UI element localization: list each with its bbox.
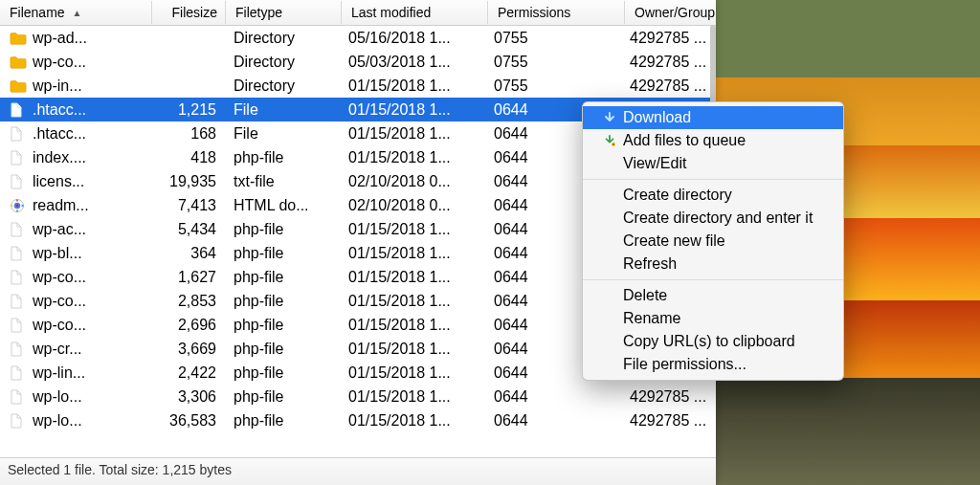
cell-filetype: Directory	[224, 30, 339, 47]
menu-separator	[583, 179, 843, 180]
cell-last-modified: 01/15/2018 1...	[339, 293, 484, 310]
filename-label: .htacc...	[33, 101, 86, 119]
filename-label: readm...	[33, 197, 89, 214]
table-row[interactable]: wp-lo...3,306php-file01/15/2018 1...0644…	[0, 385, 716, 408]
file-icon	[10, 270, 27, 285]
cell-filesize: 2,696	[151, 317, 224, 334]
file-icon	[10, 102, 27, 118]
cell-filename: index....	[0, 149, 151, 166]
menu-item-label: Create new file	[623, 232, 725, 250]
cell-filename: wp-co...	[0, 317, 151, 334]
filename-label: wp-co...	[33, 317, 86, 334]
menu-item-label: Copy URL(s) to clipboard	[623, 333, 795, 350]
cell-last-modified: 01/15/2018 1...	[339, 364, 484, 382]
cell-last-modified: 05/03/2018 1...	[339, 54, 484, 71]
filename-label: .htacc...	[33, 125, 86, 143]
status-bar: Selected 1 file. Total size: 1,215 bytes	[0, 457, 716, 485]
column-header-filesize[interactable]: Filesize	[152, 1, 226, 24]
filename-label: licens...	[33, 173, 84, 190]
cell-filename: .htacc...	[0, 125, 151, 143]
cell-last-modified: 01/15/2018 1...	[339, 269, 484, 286]
cell-filename: wp-bl...	[0, 245, 151, 262]
cell-last-modified: 01/15/2018 1...	[339, 341, 484, 358]
cell-filetype: File	[224, 101, 339, 119]
cell-filetype: php-file	[224, 293, 339, 310]
menu-item-label: Add files to queue	[623, 132, 746, 149]
cell-filesize: 168	[151, 125, 224, 143]
cell-filetype: php-file	[224, 221, 339, 238]
file-icon	[10, 365, 27, 381]
cell-permissions: 0644	[484, 412, 620, 430]
menu-item-download[interactable]: Download	[583, 106, 843, 129]
cell-last-modified: 02/10/2018 0...	[339, 197, 484, 214]
cell-filetype: File	[224, 125, 339, 143]
cell-owner-group: 4292785 ...	[620, 412, 716, 430]
cell-filesize: 3,669	[151, 341, 224, 358]
cell-last-modified: 01/15/2018 1...	[339, 388, 484, 406]
cell-filetype: php-file	[224, 341, 339, 358]
column-header-last-modified[interactable]: Last modified	[342, 1, 488, 24]
filename-label: wp-co...	[33, 293, 86, 310]
file-icon	[10, 150, 27, 165]
down-arrow-plus-icon	[602, 133, 617, 148]
cell-last-modified: 01/15/2018 1...	[339, 77, 484, 95]
menu-item-file-permissions[interactable]: File permissions...	[583, 353, 843, 376]
cell-filename: wp-co...	[0, 293, 151, 310]
menu-item-label: Create directory and enter it	[623, 209, 813, 227]
sort-indicator-icon: ▲	[72, 8, 81, 18]
cell-last-modified: 01/15/2018 1...	[339, 221, 484, 238]
menu-item-view-edit[interactable]: View/Edit	[583, 152, 843, 175]
folder-icon	[10, 78, 27, 94]
filename-label: index....	[33, 149, 86, 166]
cell-filesize: 2,853	[151, 293, 224, 310]
cell-filesize: 36,583	[151, 412, 224, 430]
column-header-filename[interactable]: Filename ▲	[0, 1, 152, 24]
column-header-permissions[interactable]: Permissions	[488, 1, 625, 24]
cell-owner-group: 4292785 ...	[620, 388, 716, 406]
file-icon	[10, 126, 27, 142]
filename-label: wp-ac...	[33, 221, 86, 238]
svg-rect-6	[22, 205, 24, 207]
menu-item-create-directory-enter[interactable]: Create directory and enter it	[583, 207, 843, 230]
cell-filetype: php-file	[224, 388, 339, 406]
cell-filetype: Directory	[224, 54, 339, 71]
menu-item-label: Download	[623, 109, 691, 126]
cell-filename: wp-co...	[0, 54, 151, 71]
menu-item-rename[interactable]: Rename	[583, 307, 843, 330]
filename-label: wp-in...	[33, 77, 82, 95]
cell-filename: licens...	[0, 173, 151, 190]
cell-filename: wp-ac...	[0, 221, 151, 238]
cell-filesize: 3,306	[151, 388, 224, 406]
down-arrow-icon	[602, 110, 617, 125]
cell-filesize: 418	[151, 149, 224, 166]
table-row[interactable]: wp-lo...36,583php-file01/15/2018 1...064…	[0, 408, 716, 432]
cell-filesize: 364	[151, 245, 224, 262]
cell-filesize: 1,215	[151, 101, 224, 119]
menu-item-refresh[interactable]: Refresh	[583, 253, 843, 276]
svg-rect-3	[16, 199, 18, 201]
menu-item-copy-urls[interactable]: Copy URL(s) to clipboard	[583, 330, 843, 353]
filename-label: wp-ad...	[33, 30, 87, 47]
cell-filename: .htacc...	[0, 101, 151, 119]
menu-item-create-file[interactable]: Create new file	[583, 230, 843, 253]
menu-item-delete[interactable]: Delete	[583, 284, 843, 307]
file-icon	[10, 389, 27, 405]
cell-filename: wp-cr...	[0, 341, 151, 358]
cell-filetype: Directory	[224, 77, 339, 95]
column-header-owner-group[interactable]: Owner/Group	[625, 1, 716, 24]
column-header-filetype[interactable]: Filetype	[226, 1, 342, 24]
svg-rect-5	[11, 205, 13, 207]
table-row[interactable]: wp-in...Directory01/15/2018 1...07554292…	[0, 74, 716, 98]
menu-item-add-to-queue[interactable]: Add files to queue	[583, 129, 843, 152]
cell-permissions: 0644	[484, 388, 620, 406]
cell-permissions: 0755	[484, 77, 620, 95]
filename-label: wp-co...	[33, 269, 86, 286]
cell-filename: wp-lo...	[0, 412, 151, 430]
cell-last-modified: 01/15/2018 1...	[339, 149, 484, 166]
table-row[interactable]: wp-co...Directory05/03/2018 1...07554292…	[0, 50, 716, 74]
menu-item-create-directory[interactable]: Create directory	[583, 184, 843, 207]
cell-filename: wp-lin...	[0, 364, 151, 382]
cell-filename: wp-lo...	[0, 388, 151, 406]
file-icon	[10, 342, 27, 357]
table-row[interactable]: wp-ad...Directory05/16/2018 1...07554292…	[0, 26, 716, 50]
